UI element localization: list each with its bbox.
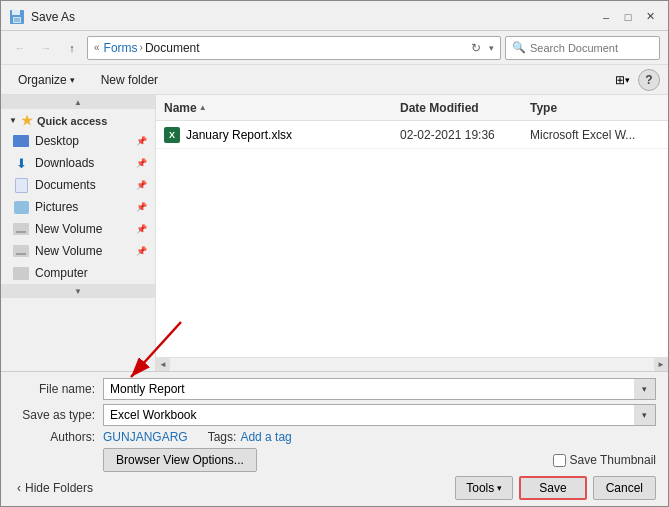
hscroll-track[interactable]: [170, 358, 654, 372]
nav-bar: ← → ↑ « Forms › Document ↻ ▾ 🔍: [1, 31, 668, 65]
address-bar[interactable]: « Forms › Document ↻ ▾: [87, 36, 501, 60]
file-list-header: Name ▲ Date Modified Type: [156, 95, 668, 121]
browser-view-button[interactable]: Browser View Options...: [103, 448, 257, 472]
tags-label: Tags:: [208, 430, 237, 444]
pictures-icon: [13, 199, 29, 215]
window-icon: [9, 9, 25, 25]
close-button[interactable]: ✕: [640, 7, 660, 27]
documents-pin-icon: 📌: [136, 180, 147, 190]
savetype-dropdown[interactable]: ▾: [634, 404, 656, 426]
filename-label: File name:: [13, 382, 103, 396]
savetype-value: Excel Workbook: [110, 408, 196, 422]
sidebar-item-desktop[interactable]: Desktop 📌: [1, 130, 155, 152]
authors-label: Authors:: [13, 430, 103, 444]
file-list-body: X January Report.xlsx 02-02-2021 19:36 M…: [156, 121, 668, 357]
title-bar-controls: – □ ✕: [596, 7, 660, 27]
toolbar-right: ⊞ ▾ ?: [610, 69, 660, 91]
svg-rect-3: [14, 18, 20, 22]
sidebar-documents-label: Documents: [35, 178, 96, 192]
computer-icon: [13, 265, 29, 281]
authors-value[interactable]: GUNJANGARG: [103, 430, 188, 444]
maximize-button[interactable]: □: [618, 7, 638, 27]
quick-access-label: Quick access: [37, 115, 107, 127]
title-bar-left: Save As: [9, 9, 75, 25]
sidebar-downloads-label: Downloads: [35, 156, 94, 170]
drive-icon-1: [13, 221, 29, 237]
file-cell-name: X January Report.xlsx: [164, 127, 400, 143]
sidebar-item-new-volume-2[interactable]: New Volume 📌: [1, 240, 155, 262]
horizontal-scrollbar: ◄ ►: [156, 357, 668, 371]
organize-label: Organize: [18, 73, 67, 87]
refresh-button[interactable]: ↻: [467, 39, 485, 57]
search-input[interactable]: [530, 42, 653, 54]
table-row[interactable]: X January Report.xlsx 02-02-2021 19:36 M…: [156, 121, 668, 149]
savetype-select[interactable]: Excel Workbook: [103, 404, 634, 426]
sort-arrow: ▲: [199, 103, 207, 112]
breadcrumb: Forms › Document: [104, 41, 200, 55]
new-volume-1-pin-icon: 📌: [136, 224, 147, 234]
file-name: January Report.xlsx: [186, 128, 292, 142]
hide-folders-button[interactable]: ‹ Hide Folders: [13, 479, 97, 497]
new-folder-button[interactable]: New folder: [92, 69, 167, 91]
breadcrumb-separator: ›: [140, 42, 143, 53]
up-button[interactable]: ↑: [61, 37, 83, 59]
column-type[interactable]: Type: [530, 101, 660, 115]
column-date-modified[interactable]: Date Modified: [400, 101, 530, 115]
hscroll-right-button[interactable]: ►: [654, 358, 668, 372]
tools-button[interactable]: Tools ▾: [455, 476, 513, 500]
search-icon: 🔍: [512, 41, 526, 54]
organize-dropdown-arrow: ▾: [70, 75, 75, 85]
bottom-form-area: File name: ▾ Save as type: Excel Workboo…: [1, 371, 668, 506]
window-title: Save As: [31, 10, 75, 24]
save-button[interactable]: Save: [519, 476, 586, 500]
bottom-right-buttons: Tools ▾ Save Cancel: [455, 476, 656, 500]
pictures-pin-icon: 📌: [136, 202, 147, 212]
main-area: ▲ ▼ ★ Quick access Desktop 📌 ⬇ Down: [1, 95, 668, 371]
view-icon: ⊞: [615, 73, 625, 87]
downloads-icon: ⬇: [13, 155, 29, 171]
tags-value[interactable]: Add a tag: [240, 430, 291, 444]
sidebar-item-new-volume-1[interactable]: New Volume 📌: [1, 218, 155, 240]
save-thumbnail-row: Save Thumbnail: [553, 453, 657, 467]
view-dropdown-arrow: ▾: [625, 75, 630, 85]
sidebar-item-pictures[interactable]: Pictures 📌: [1, 196, 155, 218]
filename-input[interactable]: [103, 378, 634, 400]
organize-button[interactable]: Organize ▾: [9, 69, 84, 91]
cancel-button[interactable]: Cancel: [593, 476, 656, 500]
desktop-icon: [13, 133, 29, 149]
chevron-left-icon: ‹: [17, 481, 21, 495]
quick-access-expand-icon: ▼: [9, 116, 17, 125]
file-type: Microsoft Excel W...: [530, 128, 660, 142]
save-as-dialog: Save As – □ ✕ ← → ↑ « Forms › Document ↻…: [0, 0, 669, 507]
sidebar-desktop-label: Desktop: [35, 134, 79, 148]
tools-dropdown-arrow: ▾: [497, 483, 502, 493]
documents-icon: [13, 177, 29, 193]
forward-button[interactable]: →: [35, 37, 57, 59]
search-bar[interactable]: 🔍: [505, 36, 660, 60]
sidebar-new-volume-2-label: New Volume: [35, 244, 102, 258]
sidebar-scroll-down[interactable]: ▼: [1, 284, 155, 298]
back-button[interactable]: ←: [9, 37, 31, 59]
filename-dropdown[interactable]: ▾: [634, 378, 656, 400]
minimize-button[interactable]: –: [596, 7, 616, 27]
sidebar-item-downloads[interactable]: ⬇ Downloads 📌: [1, 152, 155, 174]
save-thumbnail-checkbox[interactable]: [553, 454, 566, 467]
downloads-pin-icon: 📌: [136, 158, 147, 168]
breadcrumb-document[interactable]: Document: [145, 41, 200, 55]
column-name[interactable]: Name ▲: [164, 101, 400, 115]
view-button[interactable]: ⊞ ▾: [610, 69, 634, 91]
sidebar-new-volume-1-label: New Volume: [35, 222, 102, 236]
breadcrumb-forms[interactable]: Forms: [104, 41, 138, 55]
sidebar-quick-access-header: ▼ ★ Quick access: [1, 109, 155, 130]
star-icon: ★: [21, 113, 33, 128]
dropdown-arrow[interactable]: ▾: [489, 43, 494, 53]
sidebar-item-documents[interactable]: Documents 📌: [1, 174, 155, 196]
sidebar-item-computer[interactable]: Computer: [1, 262, 155, 284]
file-list: Name ▲ Date Modified Type X January Repo…: [156, 95, 668, 371]
bottom-buttons-row: ‹ Hide Folders Tools ▾ Save Cancel: [13, 476, 656, 500]
hscroll-left-button[interactable]: ◄: [156, 358, 170, 372]
help-button[interactable]: ?: [638, 69, 660, 91]
authors-tags-row: Authors: GUNJANGARG Tags: Add a tag: [13, 430, 656, 444]
address-prefix: «: [94, 42, 100, 53]
sidebar-scroll-up[interactable]: ▲: [1, 95, 155, 109]
